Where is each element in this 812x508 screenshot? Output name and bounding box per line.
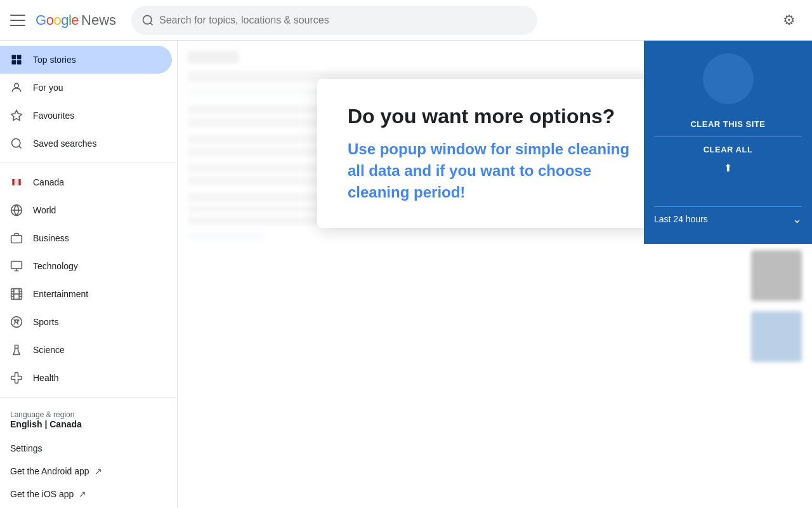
cursor-icon: ⬆ [724, 162, 732, 174]
sidebar-item-android-app[interactable]: Get the Android app ↗ [0, 460, 177, 483]
sidebar-canada-label: Canada [33, 177, 64, 187]
external-link-icon-ios: ↗ [79, 489, 86, 499]
sidebar-saved-searches-label: Saved searches [33, 138, 96, 149]
for-you-icon [10, 81, 23, 94]
modal-dialog: Do you want more options? Use popup wind… [317, 79, 672, 228]
favourites-icon [10, 109, 23, 122]
language-value: English | Canada [10, 419, 167, 429]
sidebar-item-ios-app[interactable]: Get the iOS app ↗ [0, 483, 177, 505]
sidebar: Top stories For you Favourites Saved sea… [0, 41, 178, 508]
svg-rect-14 [11, 236, 22, 243]
header: Google News ⚙ [0, 0, 812, 41]
popup-panel: CLEAR THIS SITE CLEAR ALL ⬆ Last 24 hour… [644, 41, 812, 244]
language-region-label: Language & region [10, 410, 74, 419]
sidebar-divider-2 [0, 397, 177, 398]
sidebar-divider-1 [0, 163, 177, 163]
svg-rect-2 [12, 55, 16, 60]
svg-point-6 [15, 83, 19, 88]
main-area: Do you want more options? Use popup wind… [178, 41, 812, 508]
modal-title: Do you want more options? [348, 104, 642, 128]
svg-rect-11 [18, 179, 20, 185]
sidebar-item-sports[interactable]: Sports [0, 308, 172, 336]
svg-rect-4 [12, 60, 16, 65]
technology-icon [10, 260, 23, 272]
sidebar-entertainment-label: Entertainment [33, 289, 88, 299]
google-logo: Google [36, 12, 79, 29]
svg-line-9 [19, 146, 22, 149]
sidebar-item-canada[interactable]: Canada [0, 168, 172, 196]
logo-link[interactable]: Google News [36, 12, 116, 29]
time-period-label: Last 24 hours [654, 214, 708, 224]
sidebar-item-top-stories[interactable]: Top stories [0, 46, 172, 74]
sidebar-world-label: World [33, 205, 56, 215]
sidebar-favourites-label: Favourites [33, 110, 74, 121]
svg-line-1 [150, 22, 153, 25]
sidebar-item-technology[interactable]: Technology [0, 252, 172, 280]
sidebar-top-stories-label: Top stories [33, 55, 76, 65]
svg-point-8 [12, 139, 20, 147]
modal-body: Use popup window for simple cleaning all… [348, 138, 642, 203]
android-app-label: Get the Android app [10, 466, 89, 476]
sidebar-item-saved-searches[interactable]: Saved searches [0, 130, 172, 157]
svg-rect-10 [12, 179, 14, 185]
sports-icon [10, 316, 23, 328]
business-icon [10, 232, 23, 244]
search-input[interactable] [159, 15, 527, 26]
body-layout: Top stories For you Favourites Saved sea… [0, 41, 812, 508]
ios-app-label: Get the iOS app [10, 489, 74, 499]
sidebar-business-label: Business [33, 233, 69, 243]
chevron-down-icon: ⌄ [792, 212, 802, 226]
gear-icon: ⚙ [783, 12, 796, 29]
health-icon [10, 371, 23, 384]
search-icon [141, 14, 154, 27]
sidebar-item-health[interactable]: Health [0, 364, 172, 392]
time-period-selector[interactable]: Last 24 hours ⌄ [654, 206, 802, 231]
sidebar-item-for-you[interactable]: For you [0, 74, 172, 102]
canada-icon [10, 176, 23, 189]
sidebar-item-science[interactable]: Science [0, 336, 172, 364]
world-icon [10, 204, 23, 217]
clear-all-button[interactable]: CLEAR ALL [654, 140, 802, 159]
svg-rect-15 [11, 262, 22, 269]
svg-rect-3 [17, 55, 22, 60]
sidebar-item-entertainment[interactable]: Entertainment [0, 280, 172, 308]
sidebar-for-you-label: For you [33, 83, 63, 93]
sidebar-item-world[interactable]: World [0, 196, 172, 224]
sidebar-sports-label: Sports [33, 317, 58, 327]
science-icon [10, 344, 23, 356]
clear-this-site-button[interactable]: CLEAR THIS SITE [654, 114, 802, 134]
news-logo-text: News [81, 12, 116, 29]
search-bar[interactable] [131, 6, 537, 35]
popup-circle-graphic [703, 53, 754, 104]
sidebar-technology-label: Technology [33, 261, 78, 271]
sidebar-science-label: Science [33, 345, 65, 355]
sidebar-health-label: Health [33, 373, 58, 383]
language-region-section: Language & region English | Canada [0, 403, 177, 437]
entertainment-icon [10, 288, 23, 300]
external-link-icon: ↗ [95, 466, 102, 476]
hamburger-menu-icon[interactable] [10, 13, 25, 28]
settings-label: Settings [10, 443, 43, 453]
svg-rect-5 [17, 60, 22, 65]
gear-settings-button[interactable]: ⚙ [776, 8, 802, 33]
popup-divider-1 [654, 137, 802, 137]
sidebar-item-settings[interactable]: Settings [0, 437, 177, 460]
svg-point-0 [143, 15, 152, 23]
sidebar-item-business[interactable]: Business [0, 224, 172, 252]
sidebar-item-favourites[interactable]: Favourites [0, 102, 172, 130]
svg-marker-7 [11, 110, 22, 121]
saved-searches-icon [10, 137, 23, 150]
top-stories-icon [10, 53, 23, 66]
